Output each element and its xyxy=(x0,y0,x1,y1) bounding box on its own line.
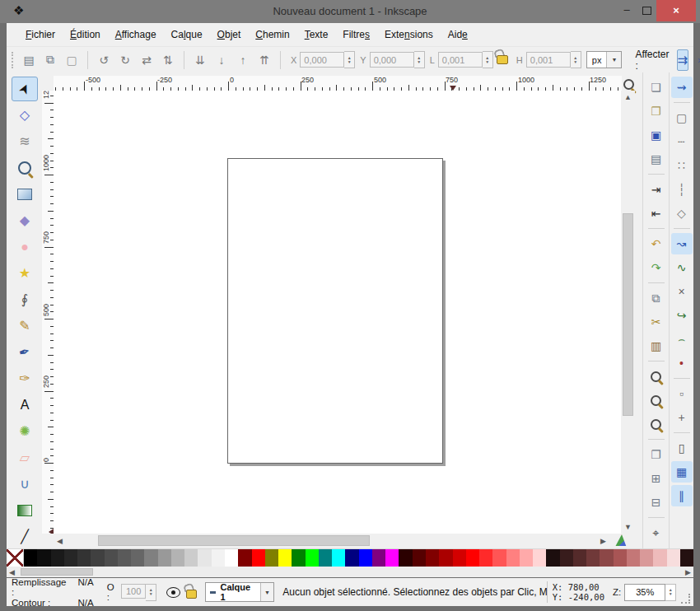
color-swatch-19[interactable] xyxy=(278,549,292,567)
x-field[interactable]: 0,000▲▼ xyxy=(300,51,355,68)
color-swatch-31[interactable] xyxy=(439,549,452,567)
vertical-scroll-thumb[interactable] xyxy=(623,213,633,416)
snap-bbox-corner-button[interactable]: ∷ xyxy=(671,155,693,176)
color-swatch-44[interactable] xyxy=(614,549,627,567)
zoom-tool[interactable] xyxy=(12,156,38,180)
snap-bbox-center-button[interactable]: ◇ xyxy=(671,203,693,224)
color-swatch-42[interactable] xyxy=(586,549,600,567)
color-swatch-2[interactable] xyxy=(51,549,64,567)
color-swatch-5[interactable] xyxy=(91,549,104,567)
vertical-scrollbar[interactable]: ▲ ▼ xyxy=(621,91,635,534)
paste-button[interactable]: ▥ xyxy=(646,335,667,357)
color-swatch-25[interactable] xyxy=(359,549,372,567)
find-button[interactable]: ⌖ xyxy=(646,522,667,543)
selector-tool[interactable]: ➤ xyxy=(12,77,38,101)
chevron-down-icon[interactable]: ▼ xyxy=(606,52,621,68)
export-button[interactable]: ⇤ xyxy=(646,203,667,224)
rotate-ccw-button[interactable]: ↺ xyxy=(94,50,114,70)
palette-scroll-thumb[interactable] xyxy=(21,568,93,576)
canvas-viewport[interactable] xyxy=(54,91,621,534)
color-swatch-24[interactable] xyxy=(345,549,358,567)
color-swatch-1[interactable] xyxy=(37,549,50,567)
layer-visibility-eye-icon[interactable] xyxy=(166,587,180,598)
tweak-tool[interactable]: ≋ xyxy=(12,129,38,154)
color-swatch-3[interactable] xyxy=(64,549,77,567)
paint-bucket-tool[interactable]: ∪ xyxy=(12,472,38,497)
color-swatch-4[interactable] xyxy=(77,549,91,567)
snap-bbox-button[interactable]: ▢ xyxy=(671,107,693,128)
color-swatch-39[interactable] xyxy=(546,549,559,567)
scroll-left-icon[interactable]: ◀ xyxy=(57,537,63,545)
layer-lock-icon[interactable] xyxy=(186,590,197,599)
ellipse-tool[interactable]: ● xyxy=(12,235,38,259)
scroll-up-icon[interactable]: ▲ xyxy=(621,93,635,101)
color-swatch-21[interactable] xyxy=(306,549,319,567)
copy-button[interactable]: ⧉ xyxy=(646,287,667,309)
scroll-right-icon[interactable]: ▶ xyxy=(600,537,606,545)
color-swatch-49[interactable] xyxy=(680,549,693,567)
duplicate-button[interactable]: ❐ xyxy=(646,444,667,465)
menu-item-chemin[interactable]: Chemin xyxy=(248,29,296,40)
close-button[interactable]: × xyxy=(656,0,696,21)
y-spinner[interactable]: ▲▼ xyxy=(414,51,425,68)
menu-item-texte[interactable]: Texte xyxy=(297,29,336,40)
color-swatch-29[interactable] xyxy=(413,549,426,567)
color-swatch-38[interactable] xyxy=(533,549,546,567)
unit-dropdown[interactable]: px ▼ xyxy=(586,51,623,68)
l-field[interactable]: 0,001▲▼ xyxy=(438,51,493,68)
select-all-layers-button[interactable]: ⧉ xyxy=(40,50,60,70)
snap-midpoint-button[interactable]: • xyxy=(671,352,693,374)
star-tool[interactable]: ★ xyxy=(12,261,38,286)
color-swatch-45[interactable] xyxy=(627,549,640,567)
x-spinner[interactable]: ▲▼ xyxy=(344,51,355,68)
no-color-swatch[interactable] xyxy=(7,549,24,567)
lock-ratio-icon[interactable] xyxy=(497,55,508,64)
maximize-button[interactable] xyxy=(637,0,656,21)
menu-item-fichier[interactable]: Fichier xyxy=(18,29,63,40)
color-swatch-10[interactable] xyxy=(158,549,171,567)
layer-selector[interactable]: Calque 1 ▼ xyxy=(205,582,275,602)
color-swatch-11[interactable] xyxy=(171,549,184,567)
color-swatch-40[interactable] xyxy=(560,549,573,567)
spiral-tool[interactable]: ∮ xyxy=(12,287,38,312)
menu-item-calque[interactable]: Calque xyxy=(164,29,210,40)
clone-button[interactable]: ⊞ xyxy=(646,468,667,489)
snap-grid-button[interactable]: ▦ xyxy=(671,461,693,483)
gradient-tool[interactable] xyxy=(12,498,38,523)
color-swatch-15[interactable] xyxy=(225,549,238,567)
snap-rotation-center-button[interactable]: + xyxy=(671,407,693,428)
color-swatch-7[interactable] xyxy=(118,549,131,567)
color-swatch-33[interactable] xyxy=(466,549,479,567)
snap-enabled-button[interactable]: ⇝ xyxy=(671,77,693,98)
deselect-button[interactable]: ▢ xyxy=(62,50,82,70)
zoom-selection-button[interactable] xyxy=(646,366,667,387)
box3d-tool[interactable]: ◆ xyxy=(12,208,38,233)
rectangle-tool[interactable] xyxy=(12,182,38,207)
opacity-field[interactable]: 100 ▲▼ xyxy=(121,584,156,601)
zoom-field[interactable]: 35% ▲▼ xyxy=(624,584,676,601)
minimize-button[interactable]: – xyxy=(618,0,636,21)
horizontal-scrollbar[interactable]: ◀ ▶ xyxy=(54,534,611,548)
print-button[interactable]: ▤ xyxy=(646,148,667,170)
color-swatch-30[interactable] xyxy=(426,549,439,567)
lower-button[interactable]: ↓ xyxy=(212,50,231,70)
horizontal-scroll-thumb[interactable] xyxy=(98,535,370,546)
color-swatch-37[interactable] xyxy=(520,549,533,567)
snap-smooth-node-button[interactable]: ⌢ xyxy=(671,329,693,350)
select-all-button[interactable]: ▤ xyxy=(19,50,39,70)
move-gradients-toggle[interactable]: ⇉ xyxy=(677,49,689,71)
snap-bbox-edge-button[interactable]: ┄ xyxy=(671,131,693,152)
zoom-drawing-button[interactable] xyxy=(646,389,667,411)
color-swatch-26[interactable] xyxy=(372,549,385,567)
color-swatch-0[interactable] xyxy=(24,549,37,567)
unlink-clone-button[interactable]: ⊟ xyxy=(646,492,667,513)
scroll-down-icon[interactable]: ▼ xyxy=(621,523,635,531)
chevron-down-icon[interactable]: ▼ xyxy=(260,583,274,601)
bezier-pen-tool[interactable]: ✒ xyxy=(12,340,38,365)
color-swatch-28[interactable] xyxy=(399,549,412,567)
color-swatch-18[interactable] xyxy=(265,549,278,567)
color-swatch-23[interactable] xyxy=(332,549,345,567)
lower-to-bottom-button[interactable]: ⇊ xyxy=(190,50,210,70)
dropper-tool[interactable]: ╱ xyxy=(12,525,38,549)
color-swatch-34[interactable] xyxy=(479,549,492,567)
